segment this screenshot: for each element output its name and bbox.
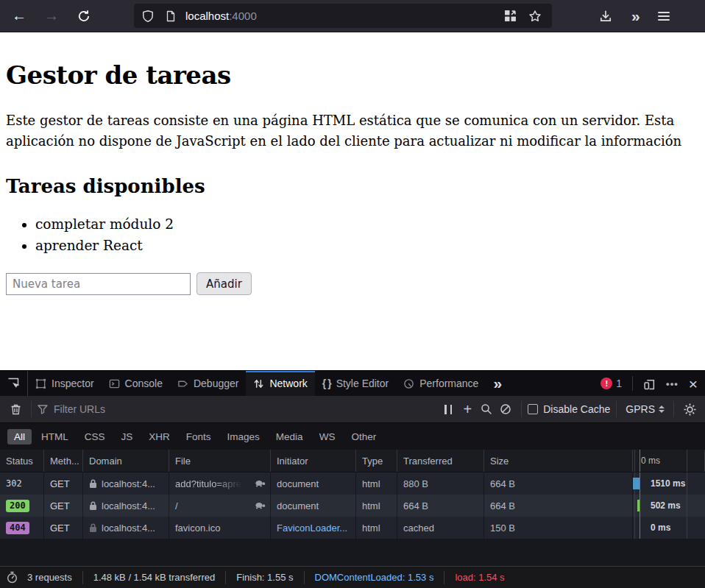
tab-style-editor[interactable]: { } Style Editor: [315, 371, 396, 396]
gear-icon: [684, 403, 696, 416]
close-devtools-button[interactable]: ×: [689, 376, 698, 392]
domain-cell: localhost:4...: [83, 472, 169, 495]
downloads-icon[interactable]: [599, 10, 612, 23]
task-list: completar módulo 2 aprender React: [35, 216, 699, 253]
debugger-icon: [177, 378, 188, 389]
col-domain[interactable]: Domain: [83, 450, 169, 472]
status-badge: 302: [6, 478, 26, 490]
initiator-cell: document: [271, 472, 356, 495]
request-time: 1510 ms: [651, 478, 685, 489]
transferred-cell: 664 B: [397, 495, 484, 517]
col-waterfall[interactable]: 0 ms: [633, 450, 705, 472]
pause-traffic-button[interactable]: [439, 405, 458, 414]
url-text: localhost:4000: [185, 10, 504, 22]
new-task-input[interactable]: [6, 273, 191, 295]
list-item: aprender React: [35, 238, 699, 253]
request-time: 0 ms: [651, 523, 670, 533]
stopwatch-icon[interactable]: [6, 571, 18, 584]
file-cell: favicon.ico: [169, 517, 271, 539]
col-type[interactable]: Type: [356, 450, 397, 472]
finish-time: Finish: 1.55 s: [236, 572, 293, 583]
network-settings-button[interactable]: [680, 403, 699, 416]
tab-inspector[interactable]: Inspector: [28, 371, 102, 396]
requests-empty-area: [0, 539, 705, 566]
page-title: Gestor de tareas: [6, 60, 699, 90]
slow-turtle-icon: [255, 502, 266, 509]
section-title: Tareas disponibles: [6, 175, 699, 197]
table-row[interactable]: 302 GET localhost:4... add?titulo=aprend…: [0, 472, 705, 495]
filter-all[interactable]: All: [7, 429, 32, 444]
reload-button[interactable]: [72, 4, 96, 28]
filter-html[interactable]: HTML: [35, 429, 75, 444]
waterfall-cell: 0 ms: [633, 517, 705, 539]
col-transferred[interactable]: Transferred: [397, 450, 484, 472]
new-request-button[interactable]: +: [458, 401, 477, 418]
filter-images[interactable]: Images: [221, 429, 266, 444]
search-icon: [481, 403, 492, 415]
trash-icon: [10, 403, 21, 415]
col-size[interactable]: Size: [484, 450, 633, 472]
tab-performance[interactable]: Performance: [396, 371, 486, 396]
lock-icon: [89, 479, 97, 489]
add-task-button[interactable]: Añadir: [196, 272, 252, 295]
pick-element-button[interactable]: [0, 371, 28, 396]
page-content: Gestor de tareas Este gestor de tareas c…: [0, 32, 705, 370]
table-row[interactable]: 200 GET localhost:4... / document html 6…: [0, 495, 705, 517]
filter-js[interactable]: JS: [115, 429, 140, 444]
waterfall-bar: [633, 478, 640, 489]
filter-media[interactable]: Media: [269, 429, 310, 444]
initiator-link[interactable]: FaviconLoader...: [277, 523, 347, 534]
network-toolbar: + Disable Cache GPRS: [0, 396, 705, 423]
search-button[interactable]: [477, 403, 496, 415]
error-count-badge[interactable]: ! 1: [601, 378, 622, 389]
console-icon: [109, 378, 120, 389]
select-arrows-icon: [659, 405, 665, 413]
tab-network[interactable]: Network: [246, 371, 314, 396]
col-method[interactable]: Meth...: [44, 450, 83, 472]
url-port: :4000: [229, 10, 257, 22]
filter-urls-input[interactable]: [54, 403, 274, 415]
requests-table: Status Meth... Domain File Initiator Typ…: [0, 450, 705, 539]
domain-cell: localhost:4...: [83, 495, 169, 517]
col-initiator[interactable]: Initiator: [271, 450, 356, 472]
disable-cache-control[interactable]: Disable Cache: [528, 403, 610, 415]
grid-arrow-icon[interactable]: [504, 10, 517, 22]
list-item: completar módulo 2: [35, 216, 699, 232]
responsive-design-icon[interactable]: [643, 378, 656, 390]
type-cell: html: [356, 472, 397, 495]
method-cell: GET: [44, 472, 83, 495]
filter-other[interactable]: Other: [344, 429, 383, 444]
back-button[interactable]: ←: [7, 4, 31, 28]
filter-ws[interactable]: WS: [313, 429, 342, 444]
clear-requests-button[interactable]: [6, 403, 25, 415]
throttling-select[interactable]: GPRS: [623, 403, 667, 415]
page-info-icon[interactable]: [165, 10, 177, 22]
col-status[interactable]: Status: [0, 450, 44, 472]
url-bar[interactable]: localhost:4000: [134, 4, 552, 28]
filter-fonts[interactable]: Fonts: [180, 429, 218, 444]
status-badge: 200: [6, 500, 29, 512]
col-file[interactable]: File: [169, 450, 271, 472]
bookmark-star-icon[interactable]: [528, 10, 542, 23]
block-icon: [500, 403, 511, 415]
tab-console[interactable]: Console: [102, 371, 170, 396]
filter-xhr[interactable]: XHR: [142, 429, 177, 444]
slow-turtle-icon: [255, 480, 266, 487]
initiator-cell: document: [271, 495, 356, 517]
waterfall-cell: 1510 ms: [633, 472, 705, 495]
forward-button[interactable]: →: [40, 4, 63, 28]
tab-debugger[interactable]: Debugger: [170, 371, 247, 396]
devtools-tabs-overflow-button[interactable]: »: [486, 371, 508, 396]
dom-content-loaded-time: DOMContentLoaded: 1.53 s: [315, 572, 434, 583]
table-row[interactable]: 404 GET localhost:4... favicon.ico Favic…: [0, 517, 705, 539]
filter-css[interactable]: CSS: [78, 429, 112, 444]
block-request-button[interactable]: [496, 403, 515, 415]
shield-icon: [141, 10, 155, 23]
type-cell: html: [356, 517, 397, 539]
devtools-menu-button[interactable]: •••: [666, 378, 679, 389]
toolbar-overflow-button[interactable]: »: [631, 7, 639, 25]
disable-cache-checkbox[interactable]: [528, 404, 538, 414]
requests-count: 3 requests: [27, 572, 72, 583]
size-cell: 664 B: [484, 495, 633, 517]
menu-button[interactable]: [658, 10, 670, 23]
